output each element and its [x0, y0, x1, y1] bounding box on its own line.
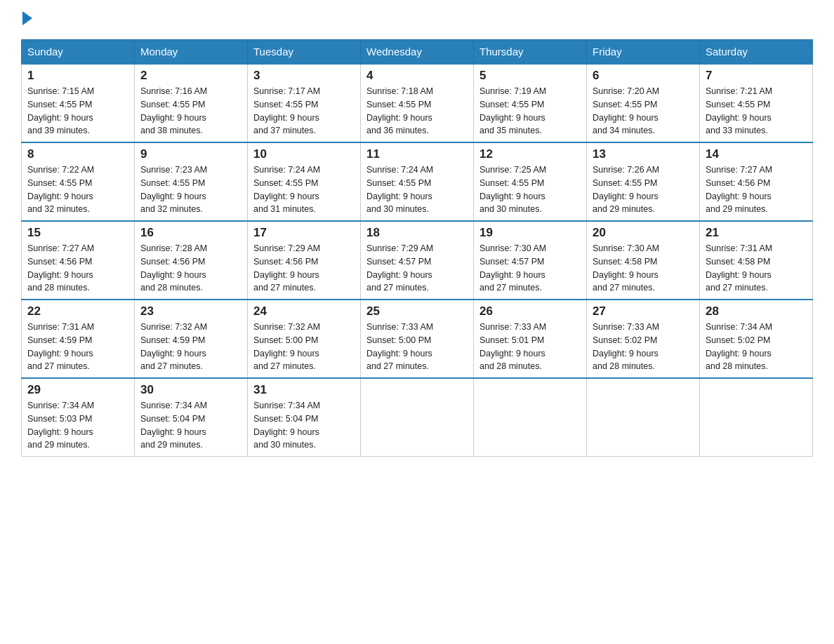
day-number: 3	[253, 69, 355, 83]
day-number: 26	[479, 304, 581, 318]
calendar-cell: 31 Sunrise: 7:34 AM Sunset: 5:04 PM Dayl…	[248, 378, 361, 457]
calendar-cell	[474, 378, 587, 457]
weekday-header-row: SundayMondayTuesdayWednesdayThursdayFrid…	[22, 40, 813, 65]
calendar-cell	[700, 378, 813, 457]
day-number: 6	[593, 69, 694, 83]
day-info: Sunrise: 7:33 AM Sunset: 5:00 PM Dayligh…	[366, 321, 468, 373]
calendar-week-4: 22 Sunrise: 7:31 AM Sunset: 4:59 PM Dayl…	[22, 300, 813, 378]
day-info: Sunrise: 7:17 AM Sunset: 4:55 PM Dayligh…	[253, 85, 355, 137]
weekday-header-saturday: Saturday	[700, 40, 813, 65]
logo	[21, 14, 32, 25]
calendar-cell: 1 Sunrise: 7:15 AM Sunset: 4:55 PM Dayli…	[22, 64, 135, 142]
calendar-week-2: 8 Sunrise: 7:22 AM Sunset: 4:55 PM Dayli…	[22, 142, 813, 221]
day-number: 18	[366, 226, 468, 240]
day-info: Sunrise: 7:26 AM Sunset: 4:55 PM Dayligh…	[593, 163, 694, 216]
calendar-cell: 5 Sunrise: 7:19 AM Sunset: 4:55 PM Dayli…	[474, 64, 587, 142]
day-info: Sunrise: 7:30 AM Sunset: 4:57 PM Dayligh…	[479, 242, 581, 295]
day-info: Sunrise: 7:21 AM Sunset: 4:55 PM Dayligh…	[706, 85, 807, 137]
day-info: Sunrise: 7:16 AM Sunset: 4:55 PM Dayligh…	[140, 85, 241, 137]
day-number: 31	[253, 383, 355, 397]
day-number: 11	[366, 147, 468, 161]
day-info: Sunrise: 7:24 AM Sunset: 4:55 PM Dayligh…	[253, 163, 355, 216]
day-info: Sunrise: 7:33 AM Sunset: 5:01 PM Dayligh…	[479, 321, 581, 373]
calendar-cell: 4 Sunrise: 7:18 AM Sunset: 4:55 PM Dayli…	[361, 64, 474, 142]
calendar-cell: 21 Sunrise: 7:31 AM Sunset: 4:58 PM Dayl…	[700, 221, 813, 300]
calendar-cell: 11 Sunrise: 7:24 AM Sunset: 4:55 PM Dayl…	[361, 142, 474, 221]
day-number: 25	[366, 304, 468, 318]
page-header	[21, 14, 813, 25]
day-number: 13	[593, 147, 694, 161]
day-info: Sunrise: 7:20 AM Sunset: 4:55 PM Dayligh…	[593, 85, 694, 137]
day-number: 2	[140, 69, 241, 83]
day-number: 21	[706, 226, 807, 240]
day-number: 4	[366, 69, 468, 83]
calendar-cell: 24 Sunrise: 7:32 AM Sunset: 5:00 PM Dayl…	[248, 300, 361, 378]
day-number: 9	[140, 147, 241, 161]
day-number: 16	[140, 226, 241, 240]
day-number: 7	[706, 69, 807, 83]
day-info: Sunrise: 7:27 AM Sunset: 4:56 PM Dayligh…	[27, 242, 128, 295]
day-number: 8	[27, 147, 128, 161]
day-info: Sunrise: 7:34 AM Sunset: 5:02 PM Dayligh…	[706, 321, 807, 373]
day-number: 1	[27, 69, 128, 83]
day-info: Sunrise: 7:23 AM Sunset: 4:55 PM Dayligh…	[140, 163, 241, 216]
calendar-week-1: 1 Sunrise: 7:15 AM Sunset: 4:55 PM Dayli…	[22, 64, 813, 142]
day-info: Sunrise: 7:32 AM Sunset: 4:59 PM Dayligh…	[140, 321, 241, 373]
calendar-cell: 15 Sunrise: 7:27 AM Sunset: 4:56 PM Dayl…	[22, 221, 135, 300]
weekday-header-sunday: Sunday	[22, 40, 135, 65]
day-number: 15	[27, 226, 128, 240]
weekday-header-tuesday: Tuesday	[248, 40, 361, 65]
day-number: 23	[140, 304, 241, 318]
calendar-cell: 30 Sunrise: 7:34 AM Sunset: 5:04 PM Dayl…	[135, 378, 248, 457]
calendar-cell: 17 Sunrise: 7:29 AM Sunset: 4:56 PM Dayl…	[248, 221, 361, 300]
calendar-cell: 28 Sunrise: 7:34 AM Sunset: 5:02 PM Dayl…	[700, 300, 813, 378]
calendar-cell: 2 Sunrise: 7:16 AM Sunset: 4:55 PM Dayli…	[135, 64, 248, 142]
day-info: Sunrise: 7:34 AM Sunset: 5:04 PM Dayligh…	[140, 399, 241, 452]
weekday-header-thursday: Thursday	[474, 40, 587, 65]
calendar-cell: 3 Sunrise: 7:17 AM Sunset: 4:55 PM Dayli…	[248, 64, 361, 142]
calendar-cell: 20 Sunrise: 7:30 AM Sunset: 4:58 PM Dayl…	[587, 221, 700, 300]
day-info: Sunrise: 7:15 AM Sunset: 4:55 PM Dayligh…	[27, 85, 128, 137]
day-number: 10	[253, 147, 355, 161]
day-number: 29	[27, 383, 128, 397]
day-number: 27	[593, 304, 694, 318]
day-info: Sunrise: 7:19 AM Sunset: 4:55 PM Dayligh…	[479, 85, 581, 137]
weekday-header-monday: Monday	[135, 40, 248, 65]
weekday-header-friday: Friday	[587, 40, 700, 65]
day-number: 12	[479, 147, 581, 161]
weekday-header-wednesday: Wednesday	[361, 40, 474, 65]
calendar-cell: 16 Sunrise: 7:28 AM Sunset: 4:56 PM Dayl…	[135, 221, 248, 300]
day-info: Sunrise: 7:29 AM Sunset: 4:56 PM Dayligh…	[253, 242, 355, 295]
day-number: 17	[253, 226, 355, 240]
day-number: 14	[706, 147, 807, 161]
calendar-cell	[587, 378, 700, 457]
logo-arrow-icon	[22, 11, 32, 25]
day-number: 28	[706, 304, 807, 318]
day-info: Sunrise: 7:27 AM Sunset: 4:56 PM Dayligh…	[706, 163, 807, 216]
calendar-cell: 29 Sunrise: 7:34 AM Sunset: 5:03 PM Dayl…	[22, 378, 135, 457]
calendar-cell: 27 Sunrise: 7:33 AM Sunset: 5:02 PM Dayl…	[587, 300, 700, 378]
day-info: Sunrise: 7:30 AM Sunset: 4:58 PM Dayligh…	[593, 242, 694, 295]
day-info: Sunrise: 7:31 AM Sunset: 4:59 PM Dayligh…	[27, 321, 128, 373]
calendar-cell: 7 Sunrise: 7:21 AM Sunset: 4:55 PM Dayli…	[700, 64, 813, 142]
calendar-cell: 19 Sunrise: 7:30 AM Sunset: 4:57 PM Dayl…	[474, 221, 587, 300]
day-info: Sunrise: 7:28 AM Sunset: 4:56 PM Dayligh…	[140, 242, 241, 295]
calendar-cell: 26 Sunrise: 7:33 AM Sunset: 5:01 PM Dayl…	[474, 300, 587, 378]
calendar-week-5: 29 Sunrise: 7:34 AM Sunset: 5:03 PM Dayl…	[22, 378, 813, 457]
calendar-cell: 18 Sunrise: 7:29 AM Sunset: 4:57 PM Dayl…	[361, 221, 474, 300]
day-number: 22	[27, 304, 128, 318]
calendar-cell: 25 Sunrise: 7:33 AM Sunset: 5:00 PM Dayl…	[361, 300, 474, 378]
day-info: Sunrise: 7:29 AM Sunset: 4:57 PM Dayligh…	[366, 242, 468, 295]
day-number: 5	[479, 69, 581, 83]
day-info: Sunrise: 7:33 AM Sunset: 5:02 PM Dayligh…	[593, 321, 694, 373]
calendar-cell: 6 Sunrise: 7:20 AM Sunset: 4:55 PM Dayli…	[587, 64, 700, 142]
day-info: Sunrise: 7:22 AM Sunset: 4:55 PM Dayligh…	[27, 163, 128, 216]
day-info: Sunrise: 7:32 AM Sunset: 5:00 PM Dayligh…	[253, 321, 355, 373]
day-number: 30	[140, 383, 241, 397]
day-info: Sunrise: 7:25 AM Sunset: 4:55 PM Dayligh…	[479, 163, 581, 216]
day-number: 24	[253, 304, 355, 318]
day-number: 20	[593, 226, 694, 240]
day-info: Sunrise: 7:24 AM Sunset: 4:55 PM Dayligh…	[366, 163, 468, 216]
calendar-week-3: 15 Sunrise: 7:27 AM Sunset: 4:56 PM Dayl…	[22, 221, 813, 300]
day-number: 19	[479, 226, 581, 240]
